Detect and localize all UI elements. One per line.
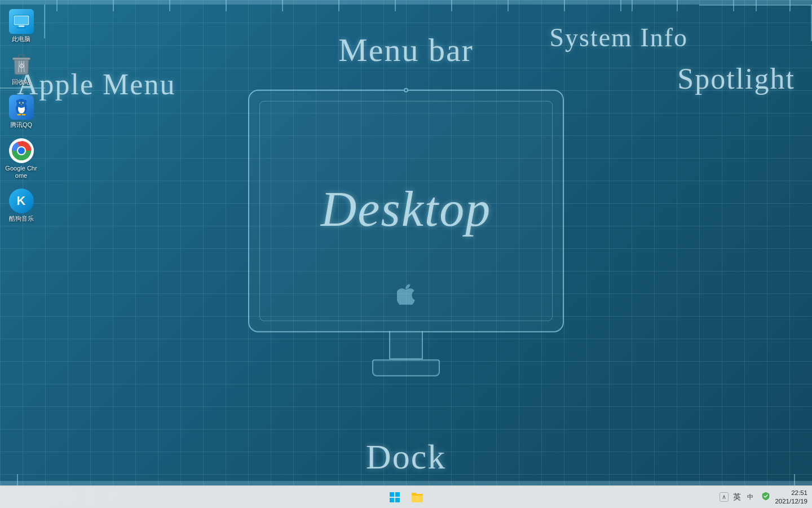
monitor-camera — [404, 88, 408, 93]
tick-mark — [226, 0, 227, 11]
svg-text:中: 中 — [747, 493, 753, 500]
qq-icon[interactable]: 腾讯QQ — [2, 91, 41, 132]
svg-rect-7 — [12, 58, 30, 60]
kugou-k-letter: K — [17, 194, 26, 208]
svg-point-19 — [21, 114, 25, 116]
tick-mark — [508, 0, 509, 11]
google-chrome-icon[interactable]: Google Chrome — [2, 135, 41, 183]
svg-point-22 — [18, 147, 25, 154]
svg-rect-26 — [395, 498, 400, 502]
svg-point-15 — [23, 103, 23, 103]
svg-point-11 — [17, 99, 26, 108]
tick-mark — [395, 0, 396, 11]
kugou-music-icon[interactable]: K 酷狗音乐 — [2, 185, 41, 226]
this-pc-label: 此电脑 — [12, 36, 30, 43]
tray-expand-button[interactable]: ∧ — [720, 492, 729, 502]
google-chrome-label: Google Chrome — [5, 165, 38, 179]
mac-illustration — [220, 90, 592, 406]
start-button[interactable] — [385, 487, 405, 507]
system-clock[interactable]: 22:51 2021/12/19 — [775, 489, 807, 506]
svg-point-14 — [19, 103, 20, 103]
tick-mark-top-right-1 — [632, 0, 633, 11]
tick-mark — [338, 0, 339, 11]
kugou-icon-image: K — [9, 189, 34, 213]
ime-icon[interactable]: 中 — [745, 491, 757, 503]
tick-mark — [620, 0, 621, 11]
svg-rect-25 — [390, 498, 394, 502]
tick-mark — [564, 0, 565, 11]
svg-rect-3 — [17, 27, 26, 28]
tick-mark — [733, 0, 734, 11]
this-pc-icon-image — [9, 9, 34, 34]
recycle-bin-label: 回收站 — [12, 78, 30, 86]
chrome-icon-image — [9, 138, 34, 163]
tick-mark — [451, 0, 452, 11]
security-icon[interactable] — [760, 491, 771, 503]
svg-rect-1 — [15, 16, 28, 24]
file-explorer-button[interactable] — [407, 487, 427, 507]
ruler-top — [0, 0, 812, 5]
tick-mark — [282, 0, 283, 11]
ruler-bottom — [0, 481, 812, 485]
tick-mark — [169, 0, 170, 11]
tick-mark — [56, 0, 58, 11]
tick-mark — [789, 0, 791, 11]
taskbar: ∧ 英 中 22:51 2021/12/19 — [0, 485, 812, 508]
language-indicator[interactable]: 英 — [732, 491, 742, 503]
tick-mark-top-right-2 — [756, 0, 757, 11]
apple-logo — [397, 284, 415, 309]
desktop-background: Menu bar Apple Menu Desktop Dock System … — [0, 0, 812, 508]
svg-text:♻: ♻ — [18, 62, 24, 70]
leader-line-apple-menu — [44, 5, 45, 38]
qq-icon-image — [9, 95, 34, 120]
this-pc-icon[interactable]: 此电脑 — [2, 6, 41, 46]
kugou-label: 酷狗音乐 — [9, 215, 34, 222]
qq-label: 腾讯QQ — [10, 121, 32, 129]
clock-date: 2021/12/19 — [775, 497, 807, 506]
tick-mark — [677, 0, 678, 11]
stand-neck — [389, 331, 423, 360]
tick-bottom-right — [794, 474, 795, 485]
recycle-bin-icon[interactable]: ♻ 回收站 — [2, 49, 41, 89]
taskbar-center — [385, 487, 427, 507]
monitor-stand-assembly — [372, 331, 440, 376]
leader-line-sysinfo — [699, 5, 812, 6]
svg-rect-23 — [390, 492, 394, 497]
svg-rect-24 — [395, 492, 400, 497]
tick-mark — [113, 0, 114, 11]
svg-point-18 — [17, 114, 21, 116]
clock-time: 22:51 — [775, 489, 807, 497]
stand-base — [372, 360, 440, 376]
svg-rect-2 — [19, 25, 24, 27]
recycle-bin-icon-image: ♻ — [9, 52, 34, 77]
taskbar-right: ∧ 英 中 22:51 2021/12/19 — [720, 489, 807, 506]
desktop-icons-area: 此电脑 ♻ 回收站 — [0, 0, 42, 485]
